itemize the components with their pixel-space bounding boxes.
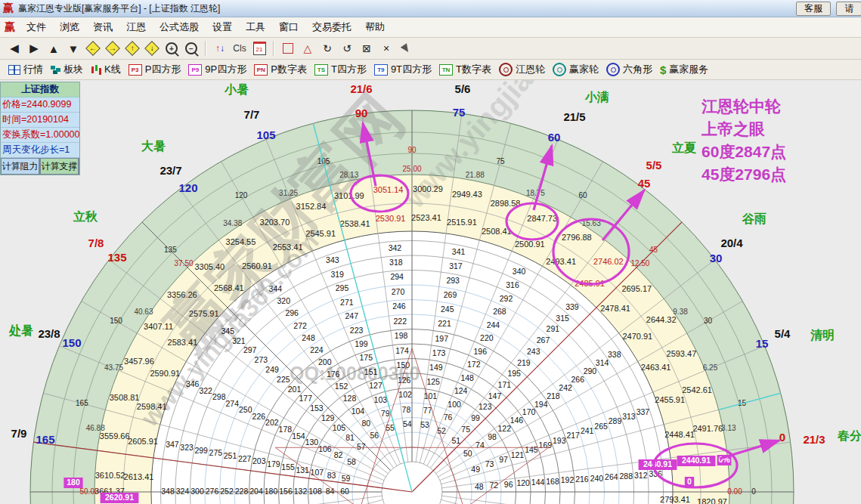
svg-text:0: 0	[751, 487, 756, 496]
menu-item-10[interactable]: 帮助	[365, 21, 385, 32]
svg-text:348: 348	[161, 487, 175, 496]
view-button-P四方形[interactable]: P3P四方形	[129, 63, 181, 76]
svg-text:2590.91: 2590.91	[150, 369, 180, 378]
menu-item-5[interactable]: 公式选股	[160, 21, 199, 32]
view-button-9T四方形[interactable]: T99T四方形	[374, 63, 432, 76]
rotate-cw-button[interactable]: ↻	[319, 40, 336, 57]
svg-text:132: 132	[294, 487, 308, 496]
svg-text:247: 247	[345, 311, 358, 320]
menu-item-3[interactable]: 资讯	[93, 21, 113, 32]
calc-resistance-button[interactable]: 计算阻力	[1, 158, 40, 175]
menu-item-9[interactable]: 交易委托	[312, 21, 352, 32]
calendar-button[interactable]: 21	[251, 40, 268, 57]
svg-text:1820.97: 1820.97	[697, 497, 727, 504]
view-button-板块[interactable]: 板块	[51, 63, 83, 76]
svg-text:275: 275	[209, 448, 223, 457]
menu-item-6[interactable]: 设置	[212, 21, 232, 32]
pan-right-button[interactable]: →	[104, 40, 121, 57]
svg-text:165: 165	[36, 433, 54, 446]
menu-item-8[interactable]: 窗口	[279, 21, 299, 32]
view-button-K线[interactable]: K线	[91, 63, 121, 76]
nav-up-button[interactable]: ▲	[45, 40, 62, 57]
view-button-P数字表[interactable]: PNP数字表	[254, 63, 307, 76]
svg-text:125: 125	[426, 377, 440, 386]
svg-text:300: 300	[190, 487, 204, 496]
PN-box-icon: PN	[254, 64, 268, 76]
svg-text:172: 172	[467, 360, 481, 369]
svg-text:3.13: 3.13	[721, 424, 736, 432]
zoom-out-button[interactable]: −	[183, 40, 200, 57]
svg-text:169: 169	[539, 441, 553, 450]
menu-items: 文件浏览资讯江恩公式选股设置工具窗口交易委托帮助	[20, 20, 392, 34]
view-button-赢家服务[interactable]: $赢家服务	[660, 63, 708, 76]
svg-text:135: 135	[107, 251, 126, 264]
wheel-icon	[606, 63, 620, 76]
svg-text:3101.99: 3101.99	[334, 191, 364, 200]
menu-item-2[interactable]: 浏览	[60, 21, 79, 32]
menu-item-7[interactable]: 工具	[246, 21, 265, 32]
view-button-江恩轮[interactable]: 江恩轮	[499, 63, 545, 76]
svg-text:313: 313	[622, 412, 636, 421]
view-button-六角形[interactable]: 六角形	[606, 63, 652, 76]
view-button-T数字表[interactable]: TNT数字表	[439, 63, 491, 76]
menu-item-4[interactable]: 江恩	[126, 21, 146, 32]
view-button-赢家轮[interactable]: 赢家轮	[553, 63, 599, 76]
svg-text:225: 225	[277, 375, 290, 384]
cls-button[interactable]: Cls	[231, 40, 248, 57]
pan-down-button[interactable]: ↓	[144, 40, 160, 57]
svg-text:291: 291	[547, 324, 560, 333]
menu-item-1[interactable]: 文件	[26, 21, 46, 32]
svg-text:2478.41: 2478.41	[600, 304, 630, 313]
square-tool-button[interactable]	[280, 40, 296, 57]
pointer-tool-button[interactable]	[398, 40, 414, 57]
view-button-行情[interactable]: 行情	[8, 63, 43, 76]
calc-support-button[interactable]: 计算支撑	[40, 158, 79, 175]
svg-text:345: 345	[221, 326, 234, 335]
svg-text:99: 99	[471, 413, 480, 422]
svg-text:2440.91: 2440.91	[643, 459, 672, 468]
svg-text:3457.96: 3457.96	[124, 357, 154, 366]
svg-text:5/5: 5/5	[646, 159, 662, 172]
svg-text:58: 58	[347, 457, 356, 466]
updown-button[interactable]: ↑↓	[212, 40, 228, 57]
login-button-clipped[interactable]: 请	[836, 2, 861, 16]
collapse-button[interactable]: ×	[378, 40, 395, 57]
view-button-T四方形[interactable]: TST四方形	[314, 63, 367, 76]
svg-text:122: 122	[498, 424, 512, 433]
svg-text:145: 145	[525, 445, 538, 454]
svg-text:274: 274	[226, 399, 240, 408]
rotate-ccw-button[interactable]: ↺	[339, 40, 355, 57]
wheel-icon	[499, 63, 513, 76]
toolbar-views: 行情板块K线P3P四方形P99P四方形PNP数字表TST四方形T99T四方形TN…	[0, 60, 861, 80]
pan-left-button[interactable]: ←	[85, 40, 101, 57]
view-button-label: 9T四方形	[391, 63, 432, 76]
nav-left-button[interactable]: ◀	[6, 40, 23, 57]
T9-box-icon: T9	[374, 64, 388, 76]
boxed-x-button[interactable]: ⊠	[358, 40, 375, 57]
app-logo-icon: 赢	[3, 2, 14, 15]
pan-up-button[interactable]: ↑	[124, 40, 141, 57]
nav-right-button[interactable]: ▶	[26, 40, 42, 57]
view-button-9P四方形[interactable]: P99P四方形	[188, 63, 246, 76]
svg-text:128: 128	[343, 394, 357, 403]
svg-text:342: 342	[389, 243, 402, 252]
svg-text:290: 290	[584, 366, 597, 376]
svg-text:46.88: 46.88	[86, 424, 105, 432]
svg-text:9.38: 9.38	[673, 308, 688, 316]
svg-text:2523.41: 2523.41	[411, 213, 441, 222]
svg-text:2545.91: 2545.91	[305, 229, 336, 238]
customer-service-button[interactable]: 客服	[796, 2, 831, 16]
triangle-tool-button[interactable]: △	[299, 40, 316, 57]
svg-text:314: 314	[596, 358, 609, 367]
svg-text:3305.40: 3305.40	[194, 262, 225, 271]
svg-text:105: 105	[256, 128, 275, 141]
svg-text:2605.91: 2605.91	[128, 437, 158, 446]
svg-text:43.75: 43.75	[104, 363, 123, 372]
panel-field: 时间=20190104	[1, 113, 79, 128]
svg-text:50.00: 50.00	[79, 487, 98, 496]
zoom-in-button[interactable]: +	[163, 40, 180, 57]
svg-text:245: 245	[441, 305, 454, 314]
svg-text:198: 198	[395, 331, 408, 340]
nav-down-button[interactable]: ▼	[65, 40, 82, 57]
svg-text:219: 219	[517, 358, 531, 367]
